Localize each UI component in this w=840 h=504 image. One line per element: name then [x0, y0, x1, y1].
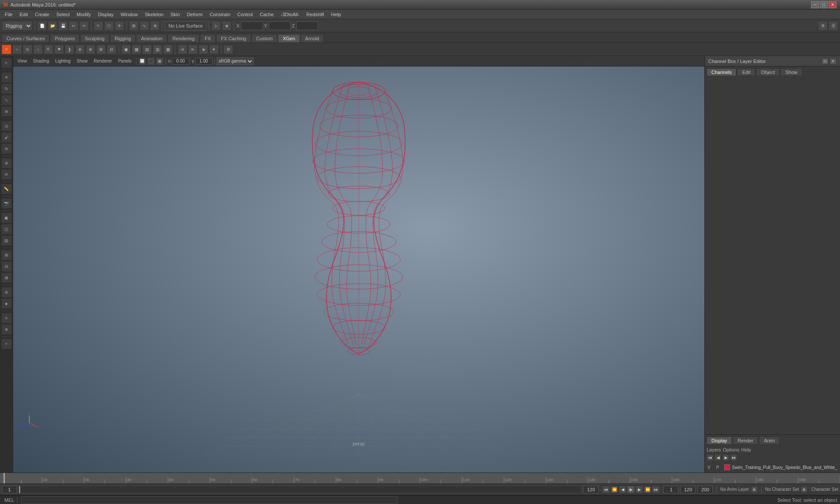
- left-rotate-tool[interactable]: ↻: [1, 84, 12, 94]
- vp-show-menu[interactable]: Show: [74, 58, 90, 64]
- menu-edit[interactable]: Edit: [17, 11, 31, 18]
- left-camera-tool[interactable]: 📷: [1, 198, 12, 209]
- xgen-icon-6[interactable]: ⚑: [54, 45, 64, 54]
- xgen-icon-20[interactable]: ✦: [209, 45, 219, 54]
- menu-select[interactable]: Select: [53, 11, 73, 18]
- viewport[interactable]: View Shading Lighting Show Renderer Pane…: [13, 56, 704, 472]
- xgen-icon-10[interactable]: ⊞: [96, 45, 106, 54]
- undo-button[interactable]: ↩: [69, 21, 78, 31]
- y-input[interactable]: [269, 21, 290, 30]
- vp-lighting-menu[interactable]: Lighting: [52, 58, 73, 64]
- save-file-button[interactable]: 💾: [58, 21, 68, 31]
- tab-curves-surfaces[interactable]: Curves / Surfaces: [2, 34, 49, 42]
- left-sculpt[interactable]: ⊘: [1, 144, 12, 154]
- left-layer-2[interactable]: ⊟: [1, 261, 12, 272]
- tab-polygons[interactable]: Polygons: [50, 34, 79, 42]
- prev-key-btn[interactable]: ⏪: [610, 486, 618, 494]
- channel-box-close-btn[interactable]: ✕: [830, 58, 836, 65]
- menu-modify[interactable]: Modify: [74, 11, 94, 18]
- left-ik-tool[interactable]: ⟳: [1, 169, 12, 180]
- cb-tab-channels[interactable]: Channels: [707, 68, 736, 76]
- menu-file[interactable]: File: [2, 11, 16, 18]
- render-button[interactable]: ▷: [211, 21, 221, 31]
- left-universal-tool[interactable]: ⊕: [1, 106, 12, 117]
- xgen-icon-17[interactable]: ⊲: [178, 45, 187, 54]
- go-to-start-btn[interactable]: ⏮: [602, 486, 610, 494]
- layer-nav-last[interactable]: ⏭: [730, 454, 737, 461]
- new-file-button[interactable]: 📄: [37, 21, 47, 31]
- tab-fx[interactable]: FX: [200, 34, 216, 42]
- left-anim-1[interactable]: ⊛: [1, 287, 12, 298]
- layer-nav-prev[interactable]: ◀: [714, 454, 721, 461]
- xgen-icon-9[interactable]: ⊗: [86, 45, 95, 54]
- timeline-ruler[interactable]: [0, 472, 840, 484]
- left-bottom-btn[interactable]: +: [1, 339, 12, 349]
- menu-skin[interactable]: Skin: [168, 11, 183, 18]
- menu-redshift[interactable]: Redshift: [303, 11, 327, 18]
- layer-row-1[interactable]: V P Swim_Training_Pull_Buoy_Speedo_Blue_…: [707, 463, 838, 472]
- left-anim-2[interactable]: ◈: [1, 298, 12, 309]
- settings-button[interactable]: ⚙: [818, 21, 828, 31]
- tab-rendering[interactable]: Rendering: [168, 34, 200, 42]
- quick-select-button[interactable]: ☰: [829, 21, 838, 31]
- layers-menu-help[interactable]: Help: [741, 447, 751, 452]
- tab-custom[interactable]: Custom: [252, 34, 278, 42]
- z-input[interactable]: [296, 21, 318, 30]
- xgen-icon-13[interactable]: ▩: [132, 45, 141, 54]
- xgen-icon-2[interactable]: ○: [12, 45, 22, 54]
- snap-point-button[interactable]: ·⊕: [150, 21, 160, 31]
- x-input[interactable]: [241, 21, 263, 30]
- tab-sculpting[interactable]: Sculpting: [80, 34, 109, 42]
- anim-layer-btn[interactable]: ⊕: [751, 486, 758, 493]
- left-paint[interactable]: 🖌: [1, 132, 12, 143]
- xgen-icon-7[interactable]: ❯: [65, 45, 74, 54]
- xgen-icon-14[interactable]: ▤: [142, 45, 152, 54]
- xgen-icon-1[interactable]: ✕: [2, 45, 11, 54]
- xgen-icon-11[interactable]: ⊟: [107, 45, 116, 54]
- title-bar-controls[interactable]: ─ □ ✕: [811, 1, 836, 8]
- snap-curve-button[interactable]: ∿: [140, 21, 149, 31]
- menu-display[interactable]: Display: [95, 11, 117, 18]
- tab-animation[interactable]: Animation: [136, 34, 167, 42]
- xgen-icon-15[interactable]: ▥: [153, 45, 162, 54]
- next-key-btn[interactable]: ⏩: [644, 486, 651, 494]
- range-start-input[interactable]: [663, 486, 679, 494]
- dt-tab-render[interactable]: Render: [733, 437, 758, 444]
- channel-box-float-btn[interactable]: ⊡: [822, 58, 829, 65]
- xgen-icon-19[interactable]: ◈: [199, 45, 208, 54]
- xgen-icon-5[interactable]: ⇱: [44, 45, 53, 54]
- vp-wireframe-btn[interactable]: ⬜: [138, 57, 146, 65]
- layers-menu-options[interactable]: Options: [723, 447, 739, 452]
- mode-dropdown[interactable]: Rigging: [2, 21, 32, 31]
- left-select-tool[interactable]: ↖: [1, 58, 12, 68]
- go-to-end-btn[interactable]: ⏭: [652, 486, 660, 494]
- next-frame-btn[interactable]: ▶: [635, 486, 643, 494]
- left-joint-tool[interactable]: ⊛: [1, 158, 12, 168]
- tab-rigging[interactable]: Rigging: [110, 34, 136, 42]
- maximize-button[interactable]: □: [820, 1, 828, 8]
- left-layer-1[interactable]: ⊞: [1, 250, 12, 260]
- mel-input[interactable]: [21, 496, 398, 504]
- snap-grid-button[interactable]: ⊞: [129, 21, 139, 31]
- vp-gamma-input[interactable]: [195, 58, 213, 65]
- menu-help[interactable]: Help: [328, 11, 344, 18]
- left-measure-tool[interactable]: 📏: [1, 184, 12, 194]
- vp-smooth-btn[interactable]: ⬛: [147, 57, 155, 65]
- cb-tab-edit[interactable]: Edit: [737, 68, 755, 76]
- xgen-icon-8[interactable]: ⊕: [75, 45, 85, 54]
- menu-window[interactable]: Window: [118, 11, 141, 18]
- menu-create[interactable]: Create: [32, 11, 52, 18]
- left-move-tool[interactable]: ✛: [1, 72, 12, 83]
- left-misc-2[interactable]: ⊕: [1, 324, 12, 335]
- menu-constrain[interactable]: Constrain: [206, 11, 233, 18]
- left-scale-tool[interactable]: ⤡: [1, 95, 12, 105]
- menu-3dtool[interactable]: -3DtoAll-: [278, 11, 303, 18]
- vp-view-menu[interactable]: View: [15, 58, 30, 64]
- close-button[interactable]: ✕: [829, 1, 836, 8]
- dt-tab-anim[interactable]: Anim: [759, 437, 780, 444]
- menu-skeleton[interactable]: Skeleton: [142, 11, 167, 18]
- xgen-icon-16[interactable]: ▦: [163, 45, 173, 54]
- cb-tab-object[interactable]: Object: [756, 68, 780, 76]
- select-tool-button[interactable]: ↖: [94, 21, 103, 31]
- vp-exposure-input[interactable]: [172, 58, 189, 65]
